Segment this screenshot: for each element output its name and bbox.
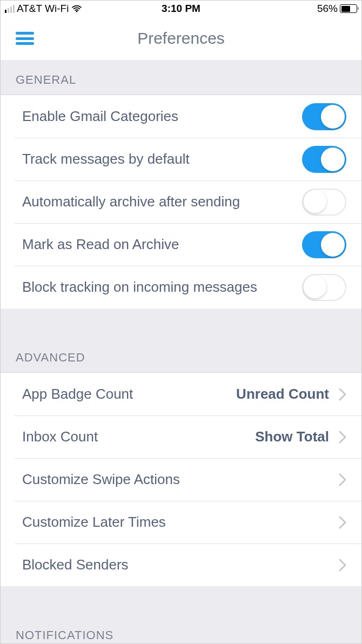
row-mark-read-archive[interactable]: Mark as Read on Archive <box>1 223 361 266</box>
row-inbox-count[interactable]: Inbox Count Show Total <box>1 415 361 458</box>
row-app-badge-count[interactable]: App Badge Count Unread Count <box>1 373 361 415</box>
chevron-right-icon <box>339 473 346 486</box>
chevron-right-icon <box>339 516 346 529</box>
wifi-icon <box>71 3 83 15</box>
battery-percent: 56% <box>317 3 338 15</box>
cell-signal-icon <box>5 4 15 13</box>
section-header-advanced: ADVANCED <box>1 308 361 373</box>
row-label: Automatically archive after sending <box>22 193 240 210</box>
nav-header: Preferences <box>1 17 361 60</box>
hamburger-icon <box>16 32 34 45</box>
row-label: Track messages by default <box>22 151 190 167</box>
status-right: 56% <box>317 3 357 15</box>
chevron-right-icon <box>339 431 346 444</box>
status-bar: AT&T Wi-Fi 3:10 PM 56% <box>1 1 361 17</box>
row-label: Enable Gmail Categories <box>22 108 178 125</box>
chevron-right-icon <box>339 559 346 572</box>
section-header-notifications: NOTIFICATIONS <box>1 586 361 644</box>
toggle-enable-gmail-categories[interactable] <box>302 103 346 130</box>
toggle-block-tracking[interactable] <box>302 274 346 301</box>
row-label: Blocked Senders <box>22 556 129 573</box>
status-left: AT&T Wi-Fi <box>5 3 83 15</box>
section-header-general: GENERAL <box>1 60 361 95</box>
general-list: Enable Gmail Categories Track messages b… <box>1 95 361 308</box>
row-label: Mark as Read on Archive <box>22 236 179 253</box>
carrier-label: AT&T Wi-Fi <box>17 3 69 15</box>
row-auto-archive-sending[interactable]: Automatically archive after sending <box>1 180 361 223</box>
row-track-messages-default[interactable]: Track messages by default <box>1 138 361 180</box>
toggle-mark-read-archive[interactable] <box>302 231 346 258</box>
row-value: Show Total <box>255 428 329 445</box>
row-label: Customize Later Times <box>22 514 166 531</box>
toggle-track-messages-default[interactable] <box>302 146 346 173</box>
row-customize-later-times[interactable]: Customize Later Times <box>1 501 361 544</box>
row-value: Unread Count <box>236 386 329 403</box>
row-label: Inbox Count <box>22 428 98 445</box>
row-block-tracking[interactable]: Block tracking on incoming messages <box>1 266 361 308</box>
row-enable-gmail-categories[interactable]: Enable Gmail Categories <box>1 95 361 138</box>
toggle-auto-archive-sending[interactable] <box>302 189 346 216</box>
chevron-right-icon <box>339 388 346 401</box>
status-time: 3:10 PM <box>162 3 200 15</box>
battery-icon <box>340 4 357 13</box>
advanced-list: App Badge Count Unread Count Inbox Count… <box>1 373 361 586</box>
row-label: App Badge Count <box>22 386 133 403</box>
menu-button[interactable] <box>16 32 34 45</box>
row-blocked-senders[interactable]: Blocked Senders <box>1 544 361 586</box>
row-label: Customize Swipe Actions <box>22 471 180 488</box>
page-title: Preferences <box>137 29 225 48</box>
row-label: Block tracking on incoming messages <box>22 279 257 296</box>
row-customize-swipe-actions[interactable]: Customize Swipe Actions <box>1 458 361 501</box>
